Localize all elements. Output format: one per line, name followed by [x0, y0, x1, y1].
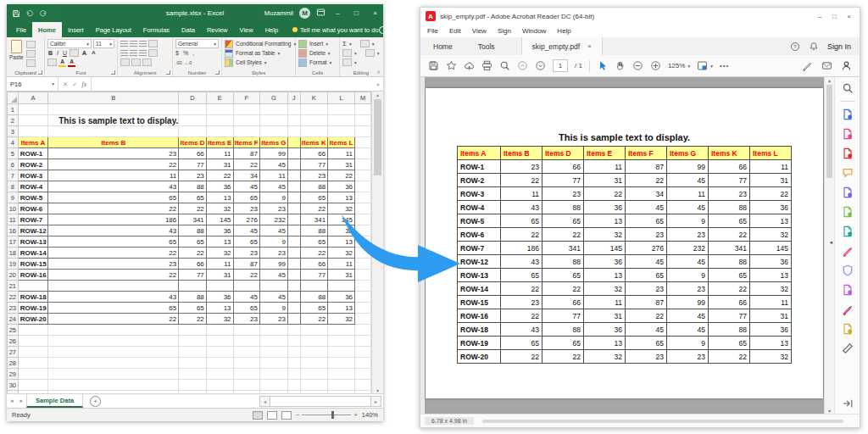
row-header-30[interactable]: 30	[8, 380, 19, 391]
cell-D23[interactable]: 65	[179, 303, 207, 314]
hscroll-track[interactable]	[270, 396, 370, 407]
cell-A17[interactable]: ROW-13	[18, 236, 48, 248]
cell-A25[interactable]	[18, 325, 48, 336]
cell-B2[interactable]: This is sample text to display.	[48, 115, 179, 126]
cell-F11[interactable]: 276	[233, 214, 259, 225]
cell-K18[interactable]: 22	[300, 248, 328, 259]
cell-J9[interactable]	[287, 192, 300, 203]
enter-entry-icon[interactable]: ✓	[72, 81, 77, 88]
cell-D27[interactable]	[179, 347, 207, 358]
sheet-nav-right-icon[interactable]: ▸	[17, 398, 27, 404]
share-button[interactable]: Share	[379, 22, 414, 37]
tool-edit-pdf-icon[interactable]	[841, 127, 854, 141]
cell-G20[interactable]: 45	[259, 270, 287, 281]
acrobat-maximize-button[interactable]: □	[827, 13, 842, 20]
excel-minimize-button[interactable]: –	[331, 9, 344, 17]
cell-K3[interactable]	[300, 126, 328, 137]
row-header-2[interactable]: 2	[8, 115, 19, 126]
cell-J8[interactable]	[287, 181, 300, 192]
tools-pane-collapse-icon[interactable]: ◂	[829, 239, 832, 246]
row-header-18[interactable]: 18	[8, 248, 19, 259]
cell-L23[interactable]: 13	[328, 303, 355, 314]
row-header-21[interactable]: 21	[8, 281, 19, 292]
cell-G3[interactable]	[259, 126, 287, 137]
cell-E8[interactable]: 36	[206, 181, 233, 192]
cell-B7[interactable]: 11	[48, 170, 179, 181]
cell-B24[interactable]: 22	[48, 314, 179, 325]
column-header-K[interactable]: K	[300, 92, 328, 104]
delete-cells-button[interactable]: Delete▾	[298, 48, 337, 58]
row-header-22[interactable]: 22	[8, 292, 19, 303]
favorites-star-icon[interactable]	[446, 60, 457, 71]
font-name-select[interactable]: Calibri▾	[47, 39, 92, 48]
cell-B5[interactable]: 23	[48, 148, 179, 159]
collapse-ribbon-icon[interactable]: ∧	[377, 69, 381, 75]
cell-M27[interactable]	[355, 347, 371, 358]
decimal-buttons[interactable]: .00 →.0	[175, 60, 192, 65]
cell-B3[interactable]	[48, 126, 179, 137]
cell-B25[interactable]	[48, 325, 179, 336]
cell-E28[interactable]	[206, 358, 233, 369]
cancel-entry-icon[interactable]: ✕	[63, 81, 68, 88]
cell-D10[interactable]: 22	[179, 203, 207, 214]
cell-F16[interactable]: 45	[233, 225, 259, 236]
cell-J18[interactable]	[287, 248, 300, 259]
bold-button[interactable]: B	[47, 50, 53, 56]
row-header-5[interactable]: 5	[8, 148, 19, 159]
cell-L25[interactable]	[328, 325, 355, 336]
cell-J17[interactable]	[287, 236, 300, 248]
cell-E3[interactable]	[206, 126, 233, 137]
cell-D21[interactable]	[179, 281, 207, 292]
column-header-G[interactable]: G	[259, 92, 287, 104]
cell-A9[interactable]: ROW-5	[18, 192, 48, 203]
cell-A18[interactable]: ROW-14	[18, 248, 48, 259]
merge-center-icon[interactable]	[142, 58, 152, 66]
cell-J4[interactable]	[287, 137, 300, 148]
cell-F8[interactable]: 45	[233, 181, 259, 192]
cell-A21[interactable]	[18, 281, 48, 292]
cell-K4[interactable]: Items K	[300, 137, 328, 148]
select-all-corner[interactable]	[8, 92, 19, 104]
cell-B11[interactable]: 186	[48, 214, 179, 225]
cell-B10[interactable]: 22	[48, 203, 179, 214]
page-number-input[interactable]: 1	[553, 59, 568, 72]
tool-combine-files-icon[interactable]	[841, 186, 854, 199]
menu-help[interactable]: Help	[557, 27, 570, 35]
zoom-in-icon[interactable]	[650, 60, 661, 71]
tool-create-pdf-icon[interactable]	[841, 147, 854, 160]
excel-close-button[interactable]: ×	[369, 9, 381, 17]
cell-D29[interactable]	[179, 369, 207, 380]
tool-stamp-icon[interactable]	[841, 283, 854, 297]
cell-E4[interactable]: Items E	[206, 137, 233, 148]
cell-A29[interactable]	[18, 369, 48, 380]
format-cells-button[interactable]: Format▾	[298, 58, 337, 67]
row-header-20[interactable]: 20	[8, 270, 19, 281]
cell-D20[interactable]: 77	[179, 270, 207, 281]
cell-G25[interactable]	[259, 325, 287, 336]
cell-J6[interactable]	[287, 159, 300, 170]
cell-B4[interactable]: Items B	[48, 137, 179, 148]
cell-A6[interactable]: ROW-2	[18, 159, 48, 170]
cell-B6[interactable]: 22	[48, 159, 179, 170]
cell-G2[interactable]	[259, 115, 287, 126]
excel-tab-home[interactable]: Home	[32, 22, 62, 37]
cell-F17[interactable]: 65	[233, 236, 259, 248]
cell-F3[interactable]	[233, 126, 259, 137]
column-header-E[interactable]: E	[206, 92, 233, 104]
menu-file[interactable]: File	[427, 27, 438, 35]
excel-tab-view[interactable]: View	[234, 22, 259, 37]
clear-icon[interactable]	[342, 58, 352, 66]
cell-A10[interactable]: ROW-6	[18, 203, 48, 214]
pdf-horizontal-scrollbar[interactable]	[482, 420, 843, 423]
cell-J16[interactable]	[287, 225, 300, 236]
cell-D5[interactable]: 66	[179, 148, 207, 159]
align-middle-icon[interactable]	[130, 41, 137, 47]
cell-F28[interactable]	[233, 358, 259, 369]
vertical-scroll-thumb[interactable]	[374, 99, 381, 175]
cell-L29[interactable]	[328, 369, 355, 380]
underline-button[interactable]: U	[62, 50, 68, 56]
cell-A1[interactable]	[18, 104, 48, 115]
cut-icon[interactable]	[26, 41, 36, 48]
cell-M26[interactable]	[355, 336, 371, 347]
cell-L24[interactable]: 32	[328, 314, 355, 325]
